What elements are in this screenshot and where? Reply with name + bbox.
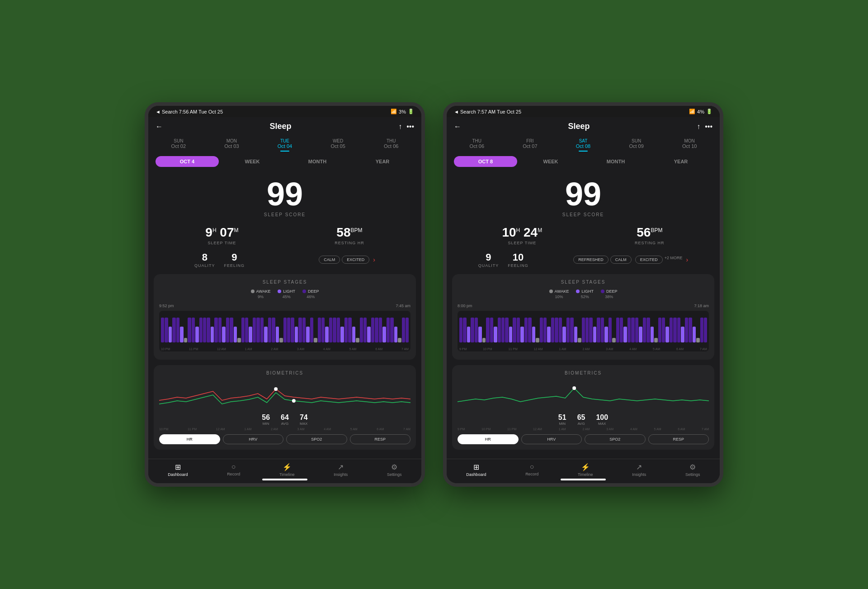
- sleep-block: [623, 327, 627, 342]
- wifi-icon-2: 📶: [689, 109, 695, 114]
- sleep-block: [620, 318, 623, 342]
- back-button-2[interactable]: ←: [454, 123, 461, 131]
- share-button-1[interactable]: ↑: [398, 123, 402, 131]
- tab-week-2[interactable]: WEEK: [519, 156, 582, 167]
- timeline-icon-1: ⚡: [283, 463, 292, 471]
- day-mon-2[interactable]: MON Oct 10: [679, 137, 700, 151]
- bio-tab-hr-2[interactable]: HR: [458, 434, 519, 444]
- bottom-nav-2: ⊞ Dashboard ○ Record ⚡ Timeline ↗ Insigh…: [447, 459, 720, 483]
- sleep-block: [352, 327, 355, 342]
- bio-tab-resp-2[interactable]: RESP: [648, 434, 709, 444]
- day-sat-2[interactable]: SAT Oct 08: [572, 137, 594, 151]
- tab-oct8-2[interactable]: OCT 8: [454, 156, 517, 167]
- tab-year-1[interactable]: YEAR: [351, 156, 414, 167]
- dot-light-2: [576, 290, 580, 293]
- bio-tab-resp-1[interactable]: RESP: [350, 434, 411, 444]
- sleep-block: [230, 318, 233, 342]
- feeling-item-1: 9 FEELING: [224, 252, 245, 268]
- record-icon-2: ○: [530, 463, 534, 471]
- sleep-block: [670, 318, 673, 342]
- day-sun-1[interactable]: SUN Oct 02: [168, 137, 189, 151]
- day-thu-1[interactable]: THU Oct 06: [380, 137, 402, 151]
- quality-row-2: 9 QUALITY 10 FEELING REFRESHED CALM EXCI…: [447, 250, 720, 271]
- mood-excited-1: EXCITED: [342, 256, 369, 264]
- app-header-2: ← Sleep ↑ •••: [447, 117, 720, 135]
- tab-month-2[interactable]: MONTH: [584, 156, 647, 167]
- share-button-2[interactable]: ↑: [697, 123, 700, 131]
- bio-tab-spo2-2[interactable]: SPO2: [585, 434, 646, 444]
- sleep-block: [302, 318, 306, 342]
- time-axis-sleep-1: 10 PM11 PM12 AM1 AM2 AM 3 AM4 AM5 AM6 AM…: [161, 347, 409, 351]
- more-button-2[interactable]: •••: [705, 123, 712, 131]
- home-indicator-1: [262, 479, 307, 480]
- sleep-block: [540, 318, 543, 342]
- settings-icon-2: ⚙: [689, 463, 696, 471]
- insights-icon-2: ↗: [636, 463, 642, 471]
- bio-tab-spo2-1[interactable]: SPO2: [286, 434, 347, 444]
- tab-month-1[interactable]: MONTH: [286, 156, 349, 167]
- svg-point-1: [292, 399, 296, 403]
- biometrics-title-2: BIOMETRICS: [458, 370, 709, 375]
- battery-icon-2: 🔋: [706, 109, 712, 114]
- nav-insights-label-2: Insights: [632, 472, 646, 477]
- mood-more-2: +2 MORE: [665, 256, 683, 264]
- record-icon-1: ○: [231, 463, 236, 471]
- sleep-hours-2: 10: [502, 225, 516, 239]
- chevron-right-2[interactable]: ›: [686, 256, 689, 263]
- nav-timeline-2[interactable]: ⚡ Timeline: [578, 463, 593, 477]
- back-button-1[interactable]: ←: [156, 123, 163, 131]
- sleep-block: [298, 318, 302, 342]
- sleep-block: [693, 327, 696, 342]
- nav-record-2[interactable]: ○ Record: [525, 463, 538, 477]
- tab-year-2[interactable]: YEAR: [649, 156, 712, 167]
- sleep-block: [180, 327, 183, 342]
- sleep-block: [276, 327, 279, 342]
- sleep-block: [597, 318, 600, 342]
- app-title-2: Sleep: [461, 122, 697, 131]
- more-button-1[interactable]: •••: [406, 123, 414, 131]
- nav-dashboard-1[interactable]: ⊞ Dashboard: [168, 463, 188, 477]
- legend-light-2: LIGHT 52%: [576, 289, 594, 299]
- tab-week-1[interactable]: WEEK: [221, 156, 284, 167]
- day-wed-1[interactable]: WED Oct 05: [327, 137, 349, 151]
- sleep-block: [627, 318, 631, 342]
- sleep-stages-legend-2: AWAKE 10% LIGHT 52% DEEP 38%: [458, 289, 709, 299]
- header-icons-2: ↑ •••: [697, 123, 712, 131]
- nav-record-1[interactable]: ○ Record: [227, 463, 240, 477]
- day-mon-1[interactable]: MON Oct 03: [221, 137, 242, 151]
- sleep-block: [279, 338, 283, 342]
- time-range-1: 9:52 pm 7:45 am: [159, 304, 410, 308]
- nav-insights-2[interactable]: ↗ Insights: [632, 463, 646, 477]
- bio-tab-hr-1[interactable]: HR: [159, 434, 220, 444]
- time-start-1: 9:52 pm: [159, 304, 174, 308]
- sleep-stages-card-2: SLEEP STAGES AWAKE 10% LIGHT 52%: [452, 274, 714, 360]
- sleep-block: [494, 327, 497, 342]
- nav-timeline-1[interactable]: ⚡ Timeline: [279, 463, 295, 477]
- nav-settings-2[interactable]: ⚙ Settings: [685, 463, 700, 477]
- sleep-block: [471, 318, 474, 342]
- sleep-block: [241, 318, 245, 342]
- tablet-1: ◄ Search 7:56 AM Tue Oct 25 📶 3% 🔋 ← Sle…: [145, 102, 425, 487]
- bio-tabs-1: HR HRV SPO2 RESP: [159, 434, 410, 444]
- nav-insights-1[interactable]: ↗ Insights: [334, 463, 348, 477]
- metrics-row-1: 9H 07M SLEEP TIME 58BPM RESTING HR: [148, 221, 421, 250]
- day-tue-1[interactable]: TUE Oct 04: [274, 137, 296, 151]
- day-fri-2[interactable]: FRI Oct 07: [519, 137, 541, 151]
- time-end-2: 7:18 am: [694, 304, 709, 308]
- sleep-block: [578, 338, 581, 342]
- day-thu-2[interactable]: THU Oct 06: [466, 137, 488, 151]
- status-right-2: 📶 4% 🔋: [689, 109, 712, 114]
- bio-tab-hrv-1[interactable]: HRV: [223, 434, 284, 444]
- day-sun-2[interactable]: SUN Oct 09: [625, 137, 647, 151]
- hr-value-1: 58: [336, 225, 350, 239]
- nav-dashboard-2[interactable]: ⊞ Dashboard: [466, 463, 486, 477]
- legend-light-1: LIGHT 45%: [278, 289, 295, 299]
- sleep-block: [218, 318, 222, 342]
- app-title-1: Sleep: [163, 122, 398, 131]
- tab-oct4-1[interactable]: OCT 4: [156, 156, 219, 167]
- chevron-right-1[interactable]: ›: [373, 256, 375, 263]
- bio-tab-hrv-2[interactable]: HRV: [521, 434, 582, 444]
- nav-settings-1[interactable]: ⚙ Settings: [387, 463, 402, 477]
- sleep-block: [340, 327, 344, 342]
- sleep-block: [306, 327, 309, 342]
